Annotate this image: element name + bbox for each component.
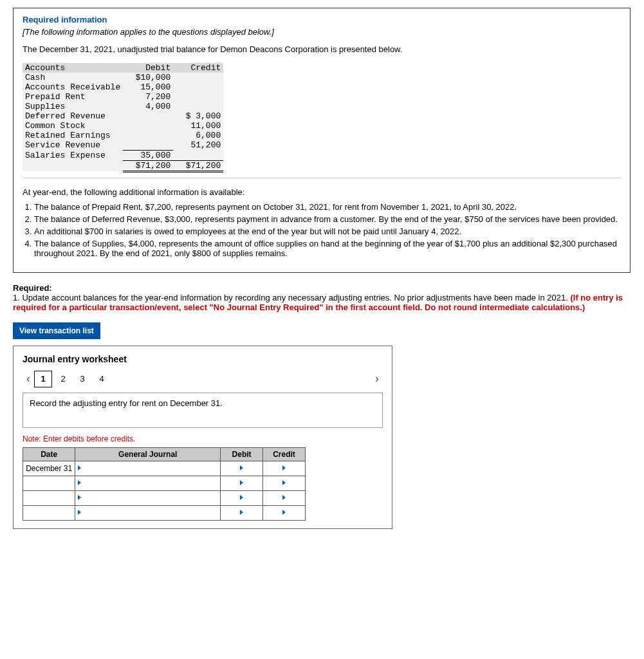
dropdown-handle-icon	[78, 480, 81, 485]
dropdown-handle-icon	[78, 510, 81, 515]
required-text: 1. Update account balances for the year-…	[13, 293, 630, 312]
step-tab-3[interactable]: 3	[74, 371, 91, 387]
general-journal-table: Date General Journal Debit Credit Decemb…	[23, 447, 306, 521]
account-input[interactable]	[78, 463, 217, 474]
divider	[23, 178, 621, 178]
required-text-lead: 1. Update account balances for the year-…	[13, 293, 570, 302]
fact-item: An additional $700 in salaries is owed t…	[34, 227, 621, 236]
dropdown-handle-icon	[282, 495, 286, 500]
dropdown-handle-icon	[240, 465, 243, 470]
tb-credit	[173, 150, 223, 160]
dropdown-handle-icon	[78, 465, 81, 470]
step-tabs: 1 2 3 4	[34, 371, 113, 387]
tb-credit: $ 3,000	[173, 111, 223, 121]
dropdown-handle-icon	[240, 495, 243, 500]
tb-debit: $10,000	[123, 73, 173, 82]
tb-acct: Common Stock	[23, 121, 123, 131]
gj-header-debit: Debit	[221, 447, 263, 461]
account-input[interactable]	[78, 493, 217, 503]
credit-input[interactable]	[266, 508, 302, 518]
tb-acct: Service Revenue	[23, 140, 123, 150]
gj-header-date: Date	[23, 447, 75, 461]
tb-acct: Accounts Receivable	[23, 82, 123, 92]
tb-acct: Salaries Expense	[23, 150, 123, 160]
intro-text: The December 31, 2021, unadjusted trial …	[23, 44, 621, 54]
step-tab-1[interactable]: 1	[34, 371, 52, 387]
tb-credit	[173, 82, 223, 92]
tb-debit	[123, 131, 173, 140]
tb-acct: Prepaid Rent	[23, 92, 123, 102]
dropdown-handle-icon	[240, 480, 243, 485]
worksheet-title: Journal entry worksheet	[23, 354, 383, 364]
debit-input[interactable]	[223, 508, 260, 518]
fact-item: The balance of Prepaid Rent, $7,200, rep…	[34, 202, 621, 212]
tb-debit: 7,200	[123, 92, 173, 102]
available-intro: At year-end, the following additional in…	[23, 187, 621, 197]
tb-credit	[173, 102, 223, 111]
tb-acct: Supplies	[23, 102, 123, 111]
tb-header-debit: Debit	[123, 63, 173, 73]
dropdown-handle-icon	[78, 495, 81, 500]
debit-input[interactable]	[223, 493, 260, 503]
table-row	[23, 505, 306, 520]
dropdown-handle-icon	[240, 510, 243, 515]
problem-info-box: Required information [The following info…	[13, 8, 630, 273]
dropdown-handle-icon	[282, 510, 286, 515]
tb-acct: Deferred Revenue	[23, 111, 123, 121]
step-tab-2[interactable]: 2	[55, 371, 71, 387]
tb-credit: 51,200	[173, 140, 223, 150]
table-row: December 31	[23, 461, 306, 476]
note-text: Note: Enter debits before credits.	[23, 434, 383, 443]
tb-credit	[173, 73, 223, 82]
chevron-right-icon[interactable]: ›	[371, 372, 383, 385]
tb-debit	[123, 111, 173, 121]
tb-acct: Retained Earnings	[23, 131, 123, 140]
credit-input[interactable]	[266, 478, 302, 488]
tb-credit: 11,000	[173, 121, 223, 131]
required-info-heading: Required information	[23, 15, 621, 24]
debit-input[interactable]	[223, 478, 260, 488]
tb-debit	[123, 140, 173, 150]
account-input[interactable]	[78, 508, 217, 518]
dropdown-handle-icon	[282, 465, 286, 470]
dropdown-handle-icon	[282, 480, 286, 485]
trial-balance-table: Accounts Debit Credit Cash$10,000 Accoun…	[23, 63, 621, 172]
tb-credit	[173, 92, 223, 102]
account-input[interactable]	[78, 478, 217, 488]
step-instruction: Record the adjusting entry for rent on D…	[23, 393, 383, 428]
tb-acct: Cash	[23, 73, 123, 82]
tb-total-credit: $71,200	[173, 160, 223, 171]
tb-debit: 15,000	[123, 82, 173, 92]
instructions-italic: [The following information applies to th…	[23, 27, 621, 37]
debit-input[interactable]	[223, 463, 260, 474]
tb-debit: 35,000	[123, 150, 173, 160]
tb-total-debit: $71,200	[123, 160, 173, 171]
tb-header-accounts: Accounts	[23, 63, 123, 73]
chevron-left-icon[interactable]: ‹	[23, 372, 34, 385]
view-transaction-list-button[interactable]: View transaction list	[13, 322, 100, 339]
gj-header-credit: Credit	[263, 447, 306, 461]
table-row	[23, 490, 306, 505]
fact-item: The balance of Supplies, $4,000, represe…	[34, 239, 621, 258]
step-tab-4[interactable]: 4	[93, 371, 110, 387]
credit-input[interactable]	[266, 463, 302, 474]
table-row	[23, 476, 306, 490]
tb-header-credit: Credit	[173, 63, 223, 73]
credit-input[interactable]	[266, 493, 302, 503]
tb-credit: 6,000	[173, 131, 223, 140]
journal-worksheet: Journal entry worksheet ‹ 1 2 3 4 › Reco…	[13, 346, 392, 529]
tb-debit	[123, 121, 173, 131]
date-cell: December 31	[23, 461, 75, 476]
facts-list: The balance of Prepaid Rent, $7,200, rep…	[34, 202, 621, 258]
fact-item: The balance of Deferred Revenue, $3,000,…	[34, 214, 621, 224]
tb-debit: 4,000	[123, 102, 173, 111]
required-label: Required:	[13, 283, 630, 293]
gj-header-account: General Journal	[75, 447, 221, 461]
